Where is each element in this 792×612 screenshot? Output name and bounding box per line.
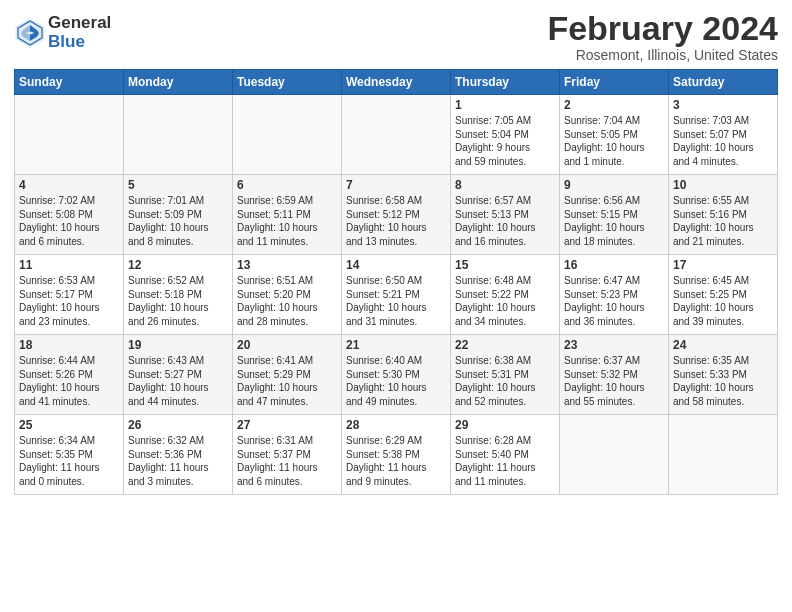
day-info: Sunrise: 6:45 AM Sunset: 5:25 PM Dayligh… — [673, 274, 773, 328]
day-number: 16 — [564, 258, 664, 272]
table-row: 16Sunrise: 6:47 AM Sunset: 5:23 PM Dayli… — [560, 255, 669, 335]
calendar-week-row: 18Sunrise: 6:44 AM Sunset: 5:26 PM Dayli… — [15, 335, 778, 415]
day-info: Sunrise: 6:43 AM Sunset: 5:27 PM Dayligh… — [128, 354, 228, 408]
table-row: 1Sunrise: 7:05 AM Sunset: 5:04 PM Daylig… — [451, 95, 560, 175]
calendar-header-row: Sunday Monday Tuesday Wednesday Thursday… — [15, 70, 778, 95]
day-number: 1 — [455, 98, 555, 112]
day-number: 4 — [19, 178, 119, 192]
table-row: 15Sunrise: 6:48 AM Sunset: 5:22 PM Dayli… — [451, 255, 560, 335]
day-number: 29 — [455, 418, 555, 432]
day-info: Sunrise: 6:56 AM Sunset: 5:15 PM Dayligh… — [564, 194, 664, 248]
table-row: 25Sunrise: 6:34 AM Sunset: 5:35 PM Dayli… — [15, 415, 124, 495]
day-info: Sunrise: 7:03 AM Sunset: 5:07 PM Dayligh… — [673, 114, 773, 168]
table-row — [342, 95, 451, 175]
day-info: Sunrise: 7:02 AM Sunset: 5:08 PM Dayligh… — [19, 194, 119, 248]
calendar-week-row: 4Sunrise: 7:02 AM Sunset: 5:08 PM Daylig… — [15, 175, 778, 255]
day-info: Sunrise: 6:37 AM Sunset: 5:32 PM Dayligh… — [564, 354, 664, 408]
calendar-week-row: 25Sunrise: 6:34 AM Sunset: 5:35 PM Dayli… — [15, 415, 778, 495]
table-row: 4Sunrise: 7:02 AM Sunset: 5:08 PM Daylig… — [15, 175, 124, 255]
table-row: 24Sunrise: 6:35 AM Sunset: 5:33 PM Dayli… — [669, 335, 778, 415]
day-info: Sunrise: 6:59 AM Sunset: 5:11 PM Dayligh… — [237, 194, 337, 248]
day-number: 7 — [346, 178, 446, 192]
table-row: 3Sunrise: 7:03 AM Sunset: 5:07 PM Daylig… — [669, 95, 778, 175]
table-row: 10Sunrise: 6:55 AM Sunset: 5:16 PM Dayli… — [669, 175, 778, 255]
table-row — [15, 95, 124, 175]
day-number: 11 — [19, 258, 119, 272]
day-number: 13 — [237, 258, 337, 272]
logo: General Blue — [14, 14, 111, 51]
day-info: Sunrise: 6:50 AM Sunset: 5:21 PM Dayligh… — [346, 274, 446, 328]
calendar-week-row: 1Sunrise: 7:05 AM Sunset: 5:04 PM Daylig… — [15, 95, 778, 175]
table-row: 5Sunrise: 7:01 AM Sunset: 5:09 PM Daylig… — [124, 175, 233, 255]
table-row: 22Sunrise: 6:38 AM Sunset: 5:31 PM Dayli… — [451, 335, 560, 415]
col-tuesday: Tuesday — [233, 70, 342, 95]
day-number: 12 — [128, 258, 228, 272]
col-wednesday: Wednesday — [342, 70, 451, 95]
day-info: Sunrise: 6:58 AM Sunset: 5:12 PM Dayligh… — [346, 194, 446, 248]
day-info: Sunrise: 7:05 AM Sunset: 5:04 PM Dayligh… — [455, 114, 555, 168]
table-row: 21Sunrise: 6:40 AM Sunset: 5:30 PM Dayli… — [342, 335, 451, 415]
table-row: 17Sunrise: 6:45 AM Sunset: 5:25 PM Dayli… — [669, 255, 778, 335]
logo-icon — [14, 17, 46, 49]
day-number: 28 — [346, 418, 446, 432]
table-row: 13Sunrise: 6:51 AM Sunset: 5:20 PM Dayli… — [233, 255, 342, 335]
table-row — [669, 415, 778, 495]
day-number: 20 — [237, 338, 337, 352]
table-row — [233, 95, 342, 175]
day-info: Sunrise: 6:29 AM Sunset: 5:38 PM Dayligh… — [346, 434, 446, 488]
day-number: 23 — [564, 338, 664, 352]
day-info: Sunrise: 6:31 AM Sunset: 5:37 PM Dayligh… — [237, 434, 337, 488]
table-row: 18Sunrise: 6:44 AM Sunset: 5:26 PM Dayli… — [15, 335, 124, 415]
day-number: 14 — [346, 258, 446, 272]
day-number: 19 — [128, 338, 228, 352]
day-info: Sunrise: 6:53 AM Sunset: 5:17 PM Dayligh… — [19, 274, 119, 328]
table-row: 9Sunrise: 6:56 AM Sunset: 5:15 PM Daylig… — [560, 175, 669, 255]
day-info: Sunrise: 6:51 AM Sunset: 5:20 PM Dayligh… — [237, 274, 337, 328]
table-row — [560, 415, 669, 495]
table-row: 7Sunrise: 6:58 AM Sunset: 5:12 PM Daylig… — [342, 175, 451, 255]
day-info: Sunrise: 6:41 AM Sunset: 5:29 PM Dayligh… — [237, 354, 337, 408]
day-number: 10 — [673, 178, 773, 192]
table-row: 14Sunrise: 6:50 AM Sunset: 5:21 PM Dayli… — [342, 255, 451, 335]
table-row: 19Sunrise: 6:43 AM Sunset: 5:27 PM Dayli… — [124, 335, 233, 415]
page-container: General Blue February 2024 Rosemont, Ill… — [0, 0, 792, 501]
table-row: 26Sunrise: 6:32 AM Sunset: 5:36 PM Dayli… — [124, 415, 233, 495]
table-row: 8Sunrise: 6:57 AM Sunset: 5:13 PM Daylig… — [451, 175, 560, 255]
day-number: 27 — [237, 418, 337, 432]
day-number: 18 — [19, 338, 119, 352]
day-number: 6 — [237, 178, 337, 192]
title-area: February 2024 Rosemont, Illinois, United… — [547, 10, 778, 63]
day-info: Sunrise: 7:04 AM Sunset: 5:05 PM Dayligh… — [564, 114, 664, 168]
table-row — [124, 95, 233, 175]
day-info: Sunrise: 6:48 AM Sunset: 5:22 PM Dayligh… — [455, 274, 555, 328]
day-number: 8 — [455, 178, 555, 192]
col-monday: Monday — [124, 70, 233, 95]
logo-blue: Blue — [48, 33, 111, 52]
calendar-week-row: 11Sunrise: 6:53 AM Sunset: 5:17 PM Dayli… — [15, 255, 778, 335]
day-info: Sunrise: 6:47 AM Sunset: 5:23 PM Dayligh… — [564, 274, 664, 328]
day-info: Sunrise: 6:52 AM Sunset: 5:18 PM Dayligh… — [128, 274, 228, 328]
day-info: Sunrise: 6:55 AM Sunset: 5:16 PM Dayligh… — [673, 194, 773, 248]
col-saturday: Saturday — [669, 70, 778, 95]
table-row: 12Sunrise: 6:52 AM Sunset: 5:18 PM Dayli… — [124, 255, 233, 335]
day-info: Sunrise: 7:01 AM Sunset: 5:09 PM Dayligh… — [128, 194, 228, 248]
col-friday: Friday — [560, 70, 669, 95]
day-info: Sunrise: 6:35 AM Sunset: 5:33 PM Dayligh… — [673, 354, 773, 408]
day-info: Sunrise: 6:40 AM Sunset: 5:30 PM Dayligh… — [346, 354, 446, 408]
day-info: Sunrise: 6:28 AM Sunset: 5:40 PM Dayligh… — [455, 434, 555, 488]
table-row: 2Sunrise: 7:04 AM Sunset: 5:05 PM Daylig… — [560, 95, 669, 175]
day-number: 3 — [673, 98, 773, 112]
table-row: 29Sunrise: 6:28 AM Sunset: 5:40 PM Dayli… — [451, 415, 560, 495]
day-number: 2 — [564, 98, 664, 112]
table-row: 20Sunrise: 6:41 AM Sunset: 5:29 PM Dayli… — [233, 335, 342, 415]
day-info: Sunrise: 6:44 AM Sunset: 5:26 PM Dayligh… — [19, 354, 119, 408]
day-number: 9 — [564, 178, 664, 192]
day-number: 22 — [455, 338, 555, 352]
calendar-table: Sunday Monday Tuesday Wednesday Thursday… — [14, 69, 778, 495]
table-row: 6Sunrise: 6:59 AM Sunset: 5:11 PM Daylig… — [233, 175, 342, 255]
col-sunday: Sunday — [15, 70, 124, 95]
month-title: February 2024 — [547, 10, 778, 47]
table-row: 27Sunrise: 6:31 AM Sunset: 5:37 PM Dayli… — [233, 415, 342, 495]
svg-marker-0 — [16, 18, 45, 47]
day-number: 24 — [673, 338, 773, 352]
